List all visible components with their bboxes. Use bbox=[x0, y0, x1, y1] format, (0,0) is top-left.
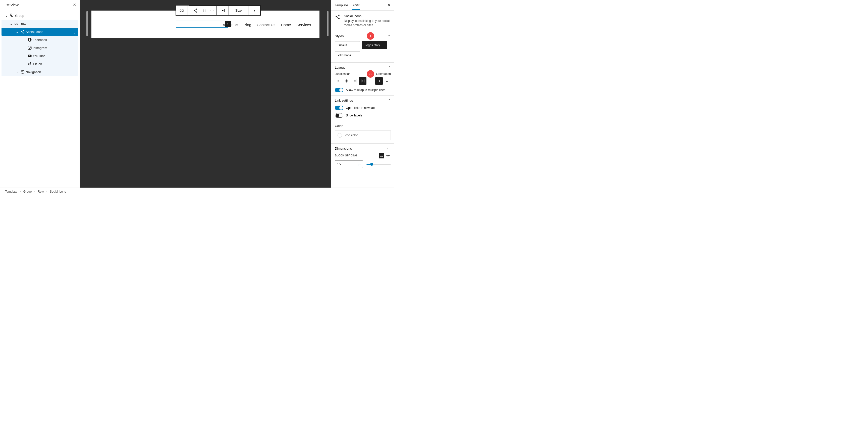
tab-block[interactable]: Block bbox=[352, 0, 360, 10]
style-default-button[interactable]: Default bbox=[335, 41, 360, 49]
custom-size-button[interactable] bbox=[379, 153, 384, 159]
spacing-unit-button[interactable]: px bbox=[358, 163, 361, 166]
dimensions-header[interactable]: Dimensions ⋮ bbox=[335, 147, 391, 150]
svg-rect-30 bbox=[222, 10, 223, 11]
nav-link[interactable]: Home bbox=[281, 23, 291, 27]
tree-item-social-icons[interactable]: ⌄ Social Icons ⋮ bbox=[1, 28, 78, 36]
justification-label: Justification bbox=[335, 72, 351, 76]
layout-header[interactable]: Layout bbox=[335, 66, 391, 70]
more-options-icon[interactable]: ⋮ bbox=[387, 124, 391, 127]
svg-line-7 bbox=[22, 31, 23, 32]
toolbar-justify-button[interactable] bbox=[217, 6, 228, 15]
svg-point-33 bbox=[338, 18, 340, 19]
close-list-view-button[interactable]: ✕ bbox=[73, 2, 76, 7]
editor-canvas[interactable]: ‹ › Size ⋮ + About Us Blog Contact Us Ho… bbox=[80, 0, 331, 188]
dimensions-section: Dimensions ⋮ BLOCK SPACING 6 15 px bbox=[331, 144, 394, 171]
link-sides-button[interactable] bbox=[385, 153, 391, 159]
nav-link[interactable]: About Us bbox=[223, 23, 238, 27]
styles-header[interactable]: Styles bbox=[335, 34, 391, 38]
svg-rect-41 bbox=[354, 81, 355, 81]
selected-social-icons-block[interactable]: + bbox=[176, 21, 228, 28]
svg-point-31 bbox=[338, 15, 340, 16]
settings-panel: Template Block ✕ Social Icons Display ic… bbox=[331, 0, 394, 188]
svg-point-22 bbox=[204, 9, 204, 10]
more-options-icon[interactable]: ⋮ bbox=[387, 147, 391, 150]
block-name: Social Icons bbox=[344, 14, 391, 18]
color-header[interactable]: Color ⋮ bbox=[335, 124, 391, 128]
chevron-right-icon: › bbox=[14, 70, 20, 74]
layout-section: Layout Justification Orientation 2 3 bbox=[331, 63, 394, 95]
canvas-scrollbar-left[interactable] bbox=[86, 11, 88, 36]
svg-point-23 bbox=[205, 9, 205, 10]
toolbar-parent-row-button[interactable] bbox=[176, 5, 188, 15]
tree-item-instagram[interactable]: Instagram bbox=[1, 44, 78, 52]
tree-item-navigation[interactable]: › Navigation bbox=[1, 68, 78, 76]
nav-link[interactable]: Blog bbox=[244, 23, 251, 27]
show-labels-label: Show labels bbox=[346, 114, 362, 117]
justify-center-button[interactable] bbox=[343, 77, 350, 85]
close-settings-button[interactable]: ✕ bbox=[388, 3, 391, 7]
nav-link[interactable]: Contact Us bbox=[257, 23, 275, 27]
icon-color-label: Icon color bbox=[345, 134, 358, 137]
more-options-icon[interactable]: ⋮ bbox=[70, 30, 78, 34]
orientation-vertical-button[interactable] bbox=[383, 77, 391, 85]
section-title: Styles bbox=[335, 34, 344, 38]
svg-rect-39 bbox=[346, 81, 348, 81]
new-tab-label: Open links in new tab bbox=[346, 106, 375, 110]
wrap-toggle[interactable] bbox=[335, 88, 343, 92]
toolbar-more-button[interactable]: ⋮ bbox=[248, 6, 260, 15]
tree-label: Navigation bbox=[26, 70, 78, 74]
canvas-header-block[interactable]: ‹ › Size ⋮ + About Us Blog Contact Us Ho… bbox=[91, 10, 319, 38]
tab-template[interactable]: Template bbox=[335, 1, 348, 9]
breadcrumb-item[interactable]: Row bbox=[38, 190, 44, 193]
toolbar-move-buttons[interactable]: ‹ › bbox=[208, 6, 217, 15]
chevron-down-icon: ⌄ bbox=[8, 22, 13, 26]
open-new-tab-toggle[interactable] bbox=[335, 106, 343, 110]
style-logos-only-button[interactable]: Logos Only bbox=[362, 41, 387, 49]
svg-line-20 bbox=[195, 9, 196, 10]
share-icon bbox=[20, 29, 26, 34]
breadcrumb-item[interactable]: Group bbox=[23, 190, 32, 193]
toolbar-block-type-button[interactable] bbox=[189, 6, 202, 15]
annotation-badge-1: 1 bbox=[367, 32, 374, 40]
svg-point-17 bbox=[196, 8, 197, 9]
toolbar-size-button[interactable]: Size bbox=[228, 6, 248, 15]
tiktok-icon bbox=[27, 62, 33, 66]
tree-label: Social Icons bbox=[26, 30, 70, 34]
tree-label: TikTok bbox=[33, 62, 78, 66]
justify-right-button[interactable] bbox=[351, 77, 359, 85]
breadcrumb-item[interactable]: Template bbox=[5, 190, 17, 193]
styles-section: 1 Styles Default Logos Only Pill Shape bbox=[331, 31, 394, 63]
block-spacing-input[interactable]: 15 px bbox=[335, 161, 363, 168]
tree-item-group[interactable]: ⌄ Group bbox=[1, 11, 78, 20]
justify-left-button[interactable] bbox=[335, 77, 342, 85]
tree-item-youtube[interactable]: YouTube bbox=[1, 52, 78, 60]
block-info: Social Icons Display icons linking to yo… bbox=[331, 10, 394, 31]
canvas-scrollbar-right[interactable] bbox=[327, 11, 329, 36]
style-pill-shape-button[interactable]: Pill Shape bbox=[335, 51, 360, 59]
breadcrumb-item[interactable]: Social Icons bbox=[50, 190, 66, 193]
svg-rect-16 bbox=[182, 9, 183, 11]
navigation-icon bbox=[20, 70, 26, 74]
tree-item-row[interactable]: ⌄ Row bbox=[1, 20, 78, 28]
svg-point-48 bbox=[382, 156, 382, 157]
icon-color-button[interactable]: Icon color bbox=[335, 130, 391, 140]
nav-link[interactable]: Services bbox=[297, 23, 311, 27]
tree-item-facebook[interactable]: Facebook bbox=[1, 36, 78, 44]
svg-point-27 bbox=[205, 11, 205, 11]
svg-rect-0 bbox=[10, 14, 12, 15]
link-settings-header[interactable]: Link settings bbox=[335, 98, 391, 103]
show-labels-toggle[interactable] bbox=[335, 113, 343, 118]
section-title: Layout bbox=[335, 66, 345, 69]
svg-point-25 bbox=[205, 10, 205, 10]
toolbar-drag-handle[interactable] bbox=[202, 6, 208, 15]
tree-label: Row bbox=[20, 22, 78, 26]
tree-label: Facebook bbox=[33, 38, 78, 42]
orientation-horizontal-button[interactable] bbox=[375, 77, 383, 85]
block-tree: ⌄ Group ⌄ Row ⌄ Social Icons ⋮ bbox=[0, 10, 80, 188]
link-settings-section: Link settings 4 Open links in new tab Sh… bbox=[331, 95, 394, 121]
tree-item-tiktok[interactable]: TikTok bbox=[1, 60, 78, 68]
justify-space-between-button[interactable] bbox=[359, 77, 366, 85]
instagram-icon bbox=[27, 46, 33, 50]
block-spacing-slider[interactable] bbox=[366, 164, 391, 165]
